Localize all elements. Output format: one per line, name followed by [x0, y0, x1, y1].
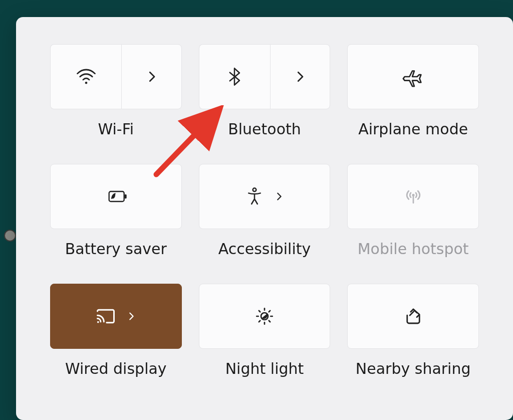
hotspot-tile: Mobile hotspot: [347, 164, 479, 258]
airplane-icon: [402, 65, 425, 88]
nearby-label: Nearby sharing: [356, 360, 471, 377]
wifi-label: Wi-Fi: [98, 120, 134, 138]
desktop-icon-dot: [4, 230, 16, 242]
chevron-right-icon: [126, 311, 137, 322]
hotspot-icon: [402, 185, 424, 207]
nightlight-tile: Night light: [199, 284, 331, 377]
wifi-icon: [76, 66, 97, 87]
battery-saver-toggle-button[interactable]: [50, 164, 182, 229]
cast-icon: [95, 307, 117, 326]
bluetooth-toggle-button[interactable]: [199, 44, 270, 109]
nightlight-label: Night light: [225, 360, 304, 377]
cast-label: Wired display: [65, 360, 167, 377]
battery-leaf-icon: [103, 186, 128, 206]
quick-settings-panel: Wi-Fi Bluetooth Airplane mode: [16, 17, 513, 420]
cast-expand-button[interactable]: [50, 284, 182, 349]
share-icon: [403, 306, 424, 327]
chevron-right-icon: [293, 69, 308, 84]
wifi-tile: Wi-Fi: [50, 44, 182, 138]
nightlight-toggle-button[interactable]: [199, 284, 331, 349]
quick-settings-grid: Wi-Fi Bluetooth Airplane mode: [16, 17, 513, 377]
accessibility-label: Accessibility: [218, 240, 311, 258]
nearby-sharing-toggle-button[interactable]: [347, 284, 479, 349]
svg-line-15: [269, 311, 270, 312]
svg-point-3: [253, 188, 256, 191]
hotspot-toggle-button: [347, 164, 479, 229]
airplane-label: Airplane mode: [358, 120, 468, 138]
hotspot-label: Mobile hotspot: [358, 240, 469, 258]
svg-line-13: [269, 321, 270, 322]
nearby-tile: Nearby sharing: [347, 284, 479, 377]
accessibility-tile: Accessibility: [199, 164, 331, 258]
bluetooth-expand-button[interactable]: [270, 44, 330, 109]
chevron-right-icon: [144, 69, 159, 84]
svg-point-6: [97, 321, 99, 323]
wifi-toggle-button[interactable]: [50, 44, 121, 109]
nightlight-icon: [254, 306, 275, 327]
cast-tile: Wired display: [50, 284, 182, 377]
battery-label: Battery saver: [65, 240, 167, 258]
svg-point-0: [85, 82, 87, 84]
accessibility-expand-button[interactable]: [199, 164, 331, 229]
airplane-tile: Airplane mode: [347, 44, 479, 138]
wifi-expand-button[interactable]: [121, 44, 181, 109]
accessibility-icon: [244, 186, 265, 206]
bluetooth-label: Bluetooth: [228, 120, 301, 138]
svg-line-14: [259, 321, 260, 322]
bluetooth-icon: [224, 67, 244, 87]
chevron-right-icon: [274, 191, 285, 202]
bluetooth-tile: Bluetooth: [199, 44, 331, 138]
airplane-toggle-button[interactable]: [347, 44, 479, 109]
battery-tile: Battery saver: [50, 164, 182, 258]
svg-rect-2: [125, 194, 127, 198]
svg-rect-1: [109, 191, 124, 201]
svg-line-12: [259, 311, 260, 312]
